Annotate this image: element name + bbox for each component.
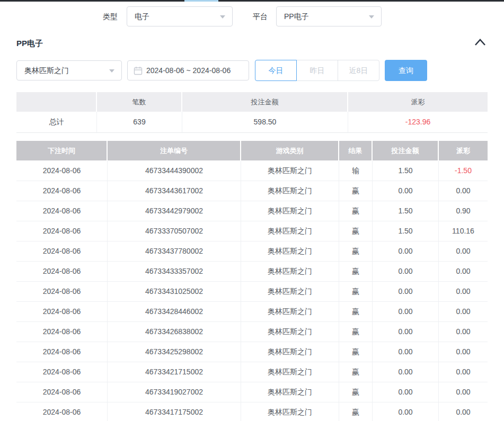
cell-game-type: 奥林匹斯之门 [241,362,339,382]
cell-result: 赢 [339,181,373,201]
cell-payout: 0.00 [439,262,488,281]
cell-bet-time: 2024-08-06 [16,382,108,402]
table-row: 2024-08-06 46733437780002 奥林匹斯之门 赢 0.00 … [16,241,488,262]
cell-bet-amount: 1.50 [373,201,439,221]
quick-filter-last8days-button[interactable]: 近8日 [338,60,379,81]
type-label: 类型 [103,6,118,26]
summary-header-empty [16,92,97,112]
summary-total-label: 总计 [16,112,97,133]
caret-down-icon [109,69,114,73]
cell-result: 赢 [339,241,373,261]
date-range-input[interactable]: 2024-08-06 ~ 2024-08-06 [127,60,249,80]
cell-bet-amount: 0.00 [373,262,439,281]
table-row: 2024-08-06 46733431025002 奥林匹斯之门 赢 0.00 … [16,282,488,302]
header-bet-time: 下注时间 [16,141,108,160]
type-select[interactable]: 电子 [127,6,233,26]
cell-bet-time: 2024-08-06 [16,322,108,342]
collapse-section-button[interactable] [474,38,489,49]
cell-bet-amount: 1.50 [373,221,439,241]
cell-bet-amount: 0.00 [373,241,439,261]
chevron-up-icon [474,38,487,47]
cell-payout: -1.50 [439,161,488,181]
cell-bet-amount: 0.00 [373,382,439,402]
date-range-value: 2024-08-06 ~ 2024-08-06 [146,61,231,80]
table-row: 2024-08-06 46733444390002 奥林匹斯之门 输 1.50 … [16,161,488,181]
cell-bet-id: 46733437780002 [108,241,241,261]
cell-game-type: 奥林匹斯之门 [241,382,339,402]
cell-result: 赢 [339,282,373,301]
cell-bet-time: 2024-08-06 [16,262,108,281]
summary-header-count: 笔数 [97,92,182,112]
table-row: 2024-08-06 46733370507002 奥林匹斯之门 赢 1.50 … [16,221,488,241]
type-select-value: 电子 [135,7,149,26]
table-row: 2024-08-06 46733417175002 奥林匹斯之门 赢 0.00 … [16,402,488,421]
table-row: 2024-08-06 46733421715002 奥林匹斯之门 赢 0.00 … [16,362,488,382]
table-row: 2024-08-06 46733419027002 奥林匹斯之门 赢 0.00 … [16,382,488,402]
cell-game-type: 奥林匹斯之门 [241,302,339,321]
section-title: PP电子 [16,39,43,49]
cell-payout: 0.00 [439,402,488,421]
cell-bet-amount: 0.00 [373,181,439,201]
cell-result: 赢 [339,402,373,421]
cell-result: 赢 [339,201,373,221]
table-row: 2024-08-06 46733428446002 奥林匹斯之门 赢 0.00 … [16,302,488,322]
cell-bet-id: 46733425298002 [108,342,241,362]
header-bet-amount: 投注金额 [373,141,439,160]
table-row: 2024-08-06 46733433357002 奥林匹斯之门 赢 0.00 … [16,262,488,282]
cell-bet-id: 46733442979002 [108,201,241,221]
cell-result: 赢 [339,221,373,241]
summary-total-row: 总计 639 598.50 -123.96 [16,112,488,133]
bet-table-body: 2024-08-06 46733444390002 奥林匹斯之门 输 1.50 … [16,161,488,421]
header-game-type: 游戏类别 [241,141,339,160]
cell-game-type: 奥林匹斯之门 [241,241,339,261]
cell-bet-amount: 0.00 [373,322,439,342]
summary-header-row: 笔数 投注金额 派彩 [16,92,488,112]
game-select[interactable]: 奥林匹斯之门 [16,60,122,80]
caret-down-icon [369,15,374,19]
cell-bet-id: 46733417175002 [108,402,241,421]
cell-game-type: 奥林匹斯之门 [241,342,339,362]
cell-bet-amount: 0.00 [373,282,439,301]
cell-payout: 0.00 [439,302,488,321]
table-row: 2024-08-06 46733425298002 奥林匹斯之门 赢 0.00 … [16,342,488,362]
cell-bet-id: 46733443617002 [108,181,241,201]
cell-result: 输 [339,161,373,181]
cell-game-type: 奥林匹斯之门 [241,282,339,301]
cell-bet-id: 46733431025002 [108,282,241,301]
summary-header-payout: 派彩 [348,92,488,112]
game-select-value: 奥林匹斯之门 [24,61,69,80]
cell-bet-id: 46733428446002 [108,302,241,321]
cell-payout: 110.16 [439,221,488,241]
cell-bet-amount: 0.00 [373,302,439,321]
cell-bet-time: 2024-08-06 [16,342,108,362]
cell-game-type: 奥林匹斯之门 [241,262,339,281]
cell-game-type: 奥林匹斯之门 [241,221,339,241]
cell-bet-amount: 1.50 [373,161,439,181]
cell-payout: 0.90 [439,201,488,221]
platform-label: 平台 [253,6,268,26]
cell-bet-id: 46733426838002 [108,322,241,342]
cell-payout: 0.00 [439,362,488,382]
bet-records-table: 下注时间 注单编号 游戏类别 结果 投注金额 派彩 2024-08-06 467… [16,141,488,421]
summary-total-count: 639 [97,112,182,133]
platform-select-value: PP电子 [284,7,309,26]
table-row: 2024-08-06 46733442979002 奥林匹斯之门 赢 1.50 … [16,201,488,221]
summary-header-bet-amount: 投注金额 [182,92,348,112]
cell-bet-time: 2024-08-06 [16,402,108,421]
cell-bet-time: 2024-08-06 [16,161,108,181]
platform-select[interactable]: PP电子 [276,6,382,26]
quick-filter-yesterday-button[interactable]: 昨日 [296,60,338,81]
page: { "topbar": { "accent_color": "#a9d3ee" … [0,0,504,421]
cell-game-type: 奥林匹斯之门 [241,201,339,221]
cell-bet-amount: 0.00 [373,342,439,362]
top-accent-indicator [184,0,218,2]
cell-game-type: 奥林匹斯之门 [241,181,339,201]
cell-payout: 0.00 [439,282,488,301]
cell-result: 赢 [339,342,373,362]
cell-bet-amount: 0.00 [373,402,439,421]
cell-bet-time: 2024-08-06 [16,362,108,382]
table-row: 2024-08-06 46733426838002 奥林匹斯之门 赢 0.00 … [16,322,488,342]
quick-filter-today-button[interactable]: 今日 [255,60,297,81]
cell-game-type: 奥林匹斯之门 [241,322,339,342]
search-button[interactable]: 查询 [385,60,427,81]
